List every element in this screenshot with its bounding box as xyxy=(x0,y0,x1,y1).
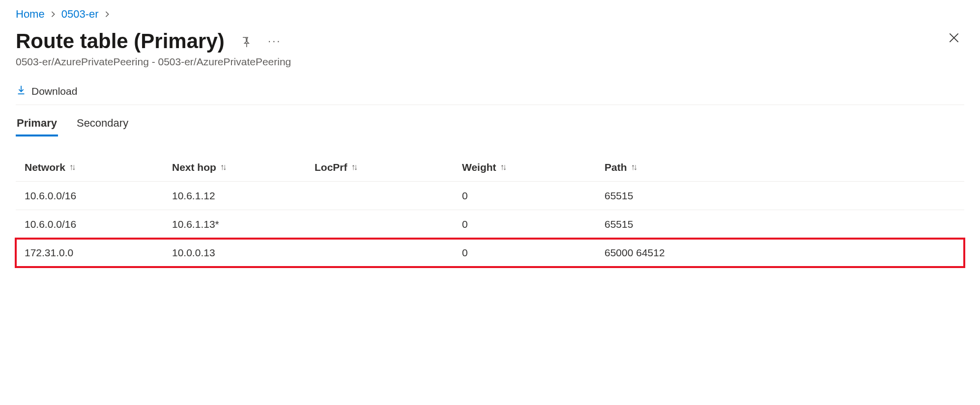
column-header-network[interactable]: Network↑↓ xyxy=(25,162,172,173)
route-table: Network↑↓Next hop↑↓LocPrf↑↓Weight↑↓Path↑… xyxy=(16,153,964,267)
cell-next_hop: 10.6.1.12 xyxy=(172,190,315,202)
chevron-right-icon xyxy=(50,8,57,21)
cell-next_hop: 10.0.0.13 xyxy=(172,247,315,259)
sort-icon: ↑↓ xyxy=(351,162,356,172)
table-row[interactable]: 172.31.0.010.0.0.13065000 64512 xyxy=(16,239,964,267)
page-root: Home 0503-er Route table (Primary) ··· 0… xyxy=(0,0,980,283)
cell-weight: 0 xyxy=(462,190,605,202)
page-subtitle: 0503-er/AzurePrivatePeering - 0503-er/Az… xyxy=(16,56,291,68)
cell-path: 65515 xyxy=(605,218,955,230)
sort-icon: ↑↓ xyxy=(500,162,505,172)
breadcrumb-home[interactable]: Home xyxy=(16,8,45,21)
breadcrumb: Home 0503-er xyxy=(16,8,964,21)
tab-bar: PrimarySecondary xyxy=(16,114,964,136)
tab-secondary[interactable]: Secondary xyxy=(76,114,129,136)
breadcrumb-resource[interactable]: 0503-er xyxy=(61,8,99,21)
cell-weight: 0 xyxy=(462,247,605,259)
table-row[interactable]: 10.6.0.0/1610.6.1.13*065515 xyxy=(16,210,964,239)
more-icon[interactable]: ··· xyxy=(266,32,284,50)
download-icon[interactable] xyxy=(16,84,27,98)
column-header-next-hop[interactable]: Next hop↑↓ xyxy=(172,162,315,173)
column-header-weight[interactable]: Weight↑↓ xyxy=(462,162,605,173)
page-title: Route table (Primary) xyxy=(16,29,225,53)
cell-network: 10.6.0.0/16 xyxy=(25,218,172,230)
cell-network: 172.31.0.0 xyxy=(25,247,172,259)
table-row[interactable]: 10.6.0.0/1610.6.1.12065515 xyxy=(16,182,964,210)
sort-icon: ↑↓ xyxy=(220,162,225,172)
pin-icon[interactable] xyxy=(236,32,254,50)
cell-weight: 0 xyxy=(462,218,605,230)
cell-next_hop: 10.6.1.13* xyxy=(172,218,315,230)
page-header: Route table (Primary) ··· 0503-er/AzureP… xyxy=(16,29,964,68)
sort-icon: ↑↓ xyxy=(631,162,636,172)
tab-primary[interactable]: Primary xyxy=(16,114,58,136)
column-header-path[interactable]: Path↑↓ xyxy=(605,162,955,173)
chevron-right-icon xyxy=(104,8,111,21)
column-header-locprf[interactable]: LocPrf↑↓ xyxy=(315,162,462,173)
close-icon[interactable] xyxy=(944,29,964,49)
cell-path: 65000 64512 xyxy=(605,247,955,259)
cell-path: 65515 xyxy=(605,190,955,202)
command-bar: Download xyxy=(16,84,964,105)
table-header-row: Network↑↓Next hop↑↓LocPrf↑↓Weight↑↓Path↑… xyxy=(16,153,964,182)
cell-network: 10.6.0.0/16 xyxy=(25,190,172,202)
sort-icon: ↑↓ xyxy=(69,162,74,172)
download-button[interactable]: Download xyxy=(31,85,77,97)
